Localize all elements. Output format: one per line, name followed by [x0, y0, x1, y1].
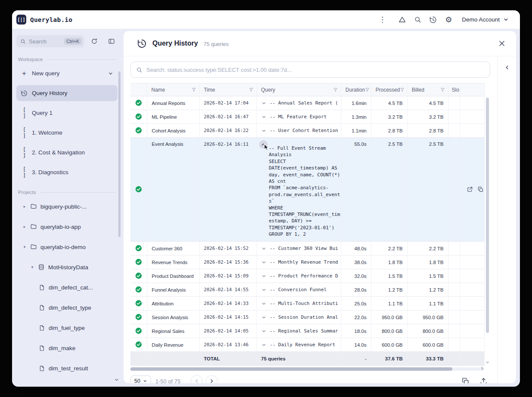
expand-chevron-icon[interactable] — [260, 100, 267, 107]
copy-results-icon[interactable] — [458, 374, 472, 383]
alert-triangle-icon[interactable] — [395, 12, 409, 27]
expand-chevron-icon[interactable] — [260, 328, 267, 335]
table-item-dim-make[interactable]: dim_make — [16, 340, 118, 356]
copy-icon[interactable] — [477, 186, 485, 194]
sidebar-scrollbar[interactable] — [118, 71, 121, 237]
history-search-input[interactable] — [146, 67, 485, 73]
expand-chevron-icon[interactable] — [260, 273, 267, 280]
settings-gear-icon[interactable]: ⚙ — [441, 12, 456, 27]
open-external-icon[interactable] — [466, 186, 474, 194]
close-icon[interactable] — [495, 37, 508, 50]
query-time: 2026-02-14 15:52 — [199, 242, 257, 255]
duration-cell: 1.1min — [341, 124, 371, 138]
filter-icon[interactable] — [365, 87, 370, 92]
status-cell — [130, 110, 147, 124]
expand-chevron-icon[interactable] — [260, 314, 267, 321]
time-column-header[interactable]: Time — [199, 83, 257, 96]
brackets-icon: [ ] — [21, 107, 28, 119]
screen: [|] Querylab.io ⋮ ⚙ Demo Account — [0, 0, 532, 397]
query-row[interactable]: Revenue Trends2026-02-14 15:36-- Monthly… — [130, 255, 484, 269]
new-query-button[interactable]: + New query — [16, 65, 118, 81]
sidebar-toggle-icon[interactable] — [105, 35, 118, 47]
project-item-bigquery-public[interactable]: ▸ bigquery-public-... — [16, 198, 118, 215]
horizontal-scrollbar[interactable] — [130, 367, 484, 371]
query-row[interactable]: Cohort Analysis2026-02-14 16:22-- User C… — [130, 124, 484, 138]
table-item-dim-defect-type[interactable]: dim_defect_type — [16, 299, 118, 316]
sidebar-item-cost-navigation[interactable]: [ ] 2. Cost & Navigation — [16, 145, 118, 160]
page-size-select[interactable]: 50 — [130, 375, 151, 383]
collapse-panel-button[interactable] — [501, 62, 513, 73]
refresh-icon[interactable] — [88, 35, 100, 47]
filter-icon[interactable] — [192, 87, 196, 92]
expand-chevron-icon[interactable] — [260, 342, 267, 348]
query-cell: -- Product Performance D… — [257, 269, 341, 283]
sidebar-item-diagnostics[interactable]: [ ] 3. Diagnostics — [16, 164, 118, 180]
processed-cell: 600.0 GB — [371, 338, 407, 352]
sidebar-item-query-history[interactable]: Query History — [16, 85, 118, 101]
sidebar-item-query-1[interactable]: [ ] Query 1 — [16, 105, 118, 121]
expand-chevron-icon[interactable] — [260, 114, 267, 120]
slot-column-header[interactable]: Slo — [448, 83, 460, 96]
billed-cell: 950.0 GB — [407, 311, 448, 324]
plus-icon: + — [21, 70, 28, 77]
query-row[interactable]: Session Analysis2026-02-14 14:15-- Sessi… — [130, 311, 484, 324]
vertical-scrollbar[interactable] — [486, 97, 489, 364]
query-row[interactable]: Regional Sales2026-02-14 14:05-- Regiona… — [130, 324, 484, 338]
name-column-header[interactable]: Name — [147, 83, 199, 96]
filter-icon[interactable] — [440, 87, 445, 92]
query-name: Funnel Analysis — [147, 283, 199, 297]
duration-cell: 1.3min — [341, 110, 371, 124]
account-label: Demo Account — [462, 16, 500, 23]
topbar: [|] Querylab.io ⋮ ⚙ Demo Account — [12, 10, 520, 29]
duration-column-header[interactable]: Duration — [341, 83, 371, 96]
filter-icon[interactable] — [400, 87, 405, 92]
scroll-more-icon[interactable] — [114, 376, 119, 384]
filter-icon[interactable] — [333, 87, 338, 92]
expand-chevron-icon[interactable] — [260, 245, 267, 252]
dataset-label: MotHistoryData — [48, 264, 88, 271]
page-title: Query History — [152, 40, 198, 47]
sidebar-search[interactable]: Search Ctrl+K — [16, 35, 84, 47]
processed-column-header[interactable]: Processed — [371, 83, 407, 96]
account-menu[interactable]: Demo Account — [462, 16, 509, 23]
query-row[interactable]: Product Dashboard2026-02-14 15:09-- Prod… — [130, 269, 484, 283]
search-icon[interactable] — [410, 12, 425, 27]
filter-icon[interactable] — [249, 87, 254, 92]
table-item-dim-defect-cat[interactable]: dim_defect_cat... — [16, 279, 118, 295]
query-row[interactable]: Daily Revenue2026-02-14 13:46-- Daily Re… — [130, 338, 484, 352]
dataset-item-mothistorydata[interactable]: ▾ MotHistoryData — [16, 259, 118, 275]
query-row[interactable]: Attribution2026-02-14 14:33-- Multi-Touc… — [130, 297, 484, 311]
expand-chevron-icon[interactable] — [260, 127, 267, 134]
scrollbar-thumb[interactable] — [130, 367, 452, 371]
status-cell — [130, 311, 147, 324]
query-row[interactable]: ML Pipeline2026-02-14 16:47-- ML Feature… — [130, 110, 484, 124]
query-column-header[interactable]: Query — [257, 83, 341, 96]
scrollbar-thumb[interactable] — [486, 98, 489, 333]
history-icon[interactable] — [426, 12, 440, 27]
query-row[interactable]: Customer 3602026-02-14 15:52-- Customer … — [130, 242, 484, 255]
filler-cell — [460, 110, 484, 124]
total-billed: 33.3 TB — [407, 352, 448, 366]
expand-chevron-icon[interactable] — [260, 259, 267, 266]
query-row-expanded[interactable]: Event Analysis 2026-02-14 16:11 -- Full … — [130, 138, 484, 242]
query-row[interactable]: Annual Reports2026-02-14 17:04-- Annual … — [130, 96, 484, 110]
project-item-querylab-io-demo[interactable]: ▾ querylab-io-demo — [16, 239, 118, 255]
slot-cell — [448, 255, 460, 269]
query-row[interactable]: Funnel Analysis2026-02-14 14:55-- Conver… — [130, 283, 484, 297]
sidebar-item-welcome[interactable]: [ ] 1. Welcome — [16, 125, 118, 141]
kebab-menu-icon[interactable]: ⋮ — [375, 12, 390, 27]
scroll-right-icon — [480, 366, 485, 371]
status-success-icon — [135, 186, 142, 193]
table-item-dim-test-result[interactable]: dim_test_result — [16, 360, 118, 376]
expand-chevron-icon[interactable] — [260, 286, 267, 293]
billed-column-header[interactable]: Billed — [407, 83, 448, 96]
billed-cell: 2.8 TB — [407, 124, 448, 138]
query-name: Customer 360 — [147, 242, 199, 255]
expand-chevron-icon[interactable] — [260, 300, 267, 307]
export-icon[interactable] — [476, 374, 490, 383]
table-item-dim-fuel-type[interactable]: dim_fuel_type — [16, 320, 118, 336]
status-cell — [130, 242, 147, 255]
prev-page-button[interactable] — [191, 375, 203, 383]
project-item-querylab-io-app[interactable]: ▸ querylab-io-app — [16, 219, 118, 235]
next-page-button[interactable] — [206, 375, 218, 383]
